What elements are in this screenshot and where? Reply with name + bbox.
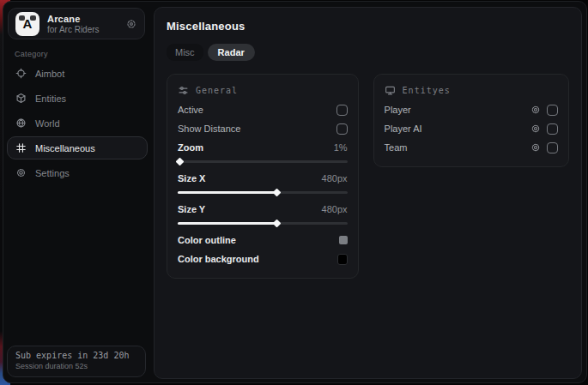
- player-ai-settings-gear-icon[interactable]: [530, 123, 541, 134]
- active-row: Active: [178, 100, 348, 119]
- zoom-slider-fill: [178, 160, 179, 163]
- team-checkbox[interactable]: [547, 142, 558, 153]
- tab-bar: Misc Radar: [167, 44, 569, 61]
- profile-text: Arcane for Arc Riders: [47, 14, 118, 34]
- player-controls: [530, 105, 558, 116]
- cards-row: General Active Show Distance Zoom 1%: [167, 74, 569, 279]
- size-x-slider-thumb[interactable]: [272, 189, 281, 197]
- entities-card: Entityes Player Player AI: [373, 74, 569, 167]
- zoom-label: Zoom: [178, 142, 203, 153]
- player-settings-gear-icon[interactable]: [530, 105, 541, 115]
- player-ai-checkbox[interactable]: [547, 123, 558, 135]
- sidebar-item-world[interactable]: World: [7, 111, 148, 135]
- sidebar-item-settings[interactable]: Settings: [7, 161, 148, 184]
- app-subtitle: for Arc Riders: [47, 25, 118, 34]
- app-title: Arcane: [47, 14, 118, 24]
- screen: A Arcane for Arc Riders Category Aimbot: [0, 0, 588, 385]
- size-x-row: Size X 480px: [178, 169, 348, 188]
- size-x-slider-fill: [178, 191, 276, 194]
- size-y-row: Size Y 480px: [178, 200, 348, 219]
- team-settings-gear-icon[interactable]: [530, 142, 541, 153]
- gear-icon: [15, 167, 27, 178]
- size-x-value: 480px: [322, 173, 348, 183]
- zoom-slider-thumb[interactable]: [176, 158, 185, 166]
- general-card-title: General: [196, 86, 238, 95]
- sidebar: A Arcane for Arc Riders Category Aimbot: [3, 2, 154, 382]
- zoom-value: 1%: [334, 142, 348, 153]
- entities-card-title: Entityes: [403, 86, 451, 95]
- sidebar-item-label: Entities: [35, 93, 66, 104]
- zoom-slider-track: [178, 160, 348, 163]
- entities-card-header: Entityes: [385, 82, 558, 98]
- size-y-value: 480px: [322, 204, 348, 214]
- general-card-header: General: [178, 82, 348, 98]
- color-outline-label: Color outline: [178, 235, 236, 245]
- size-x-label: Size X: [178, 173, 205, 183]
- subscription-card: Sub expires in 23d 20h Session duration …: [7, 346, 146, 377]
- player-ai-controls: [530, 123, 558, 135]
- app-logo: A: [15, 12, 39, 36]
- crosshair-icon: [15, 68, 27, 79]
- monitor-icon: [385, 85, 396, 96]
- color-background-row: Color background: [178, 250, 348, 268]
- show-distance-row: Show Distance: [178, 119, 348, 138]
- show-distance-label: Show Distance: [178, 123, 240, 134]
- cube-icon: [15, 93, 27, 104]
- player-label: Player: [385, 105, 411, 115]
- size-y-label: Size Y: [178, 204, 205, 214]
- color-outline-row: Color outline: [178, 231, 348, 250]
- player-ai-label: Player AI: [385, 123, 422, 134]
- sidebar-item-entities[interactable]: Entities: [7, 87, 148, 110]
- color-background-swatch[interactable]: [337, 254, 348, 265]
- zoom-row: Zoom 1%: [178, 138, 348, 157]
- team-label: Team: [385, 142, 408, 153]
- zoom-slider[interactable]: [178, 158, 348, 165]
- profile-gear-icon[interactable]: [125, 18, 137, 30]
- sidebar-item-label: World: [35, 118, 60, 129]
- size-y-slider-fill: [178, 222, 276, 225]
- size-x-slider[interactable]: [178, 189, 348, 196]
- size-y-slider[interactable]: [178, 220, 348, 227]
- sidebar-item-miscellaneous[interactable]: Miscellaneous: [7, 136, 148, 159]
- profile-card: A Arcane for Arc Riders: [8, 8, 145, 39]
- general-card: General Active Show Distance Zoom 1%: [167, 74, 359, 279]
- category-label: Category: [15, 50, 48, 58]
- active-checkbox[interactable]: [336, 105, 348, 116]
- sidebar-item-label: Settings: [35, 168, 70, 178]
- player-checkbox[interactable]: [547, 105, 558, 116]
- entity-row-team: Team: [385, 138, 558, 157]
- sidebar-nav: Aimbot Entities World: [7, 62, 148, 186]
- entity-row-player-ai: Player AI: [385, 119, 558, 138]
- team-controls: [530, 142, 558, 153]
- tab-radar[interactable]: Radar: [208, 44, 255, 61]
- sidebar-item-label: Miscellaneous: [35, 143, 95, 153]
- sidebar-item-label: Aimbot: [35, 69, 64, 79]
- size-y-slider-thumb[interactable]: [272, 220, 281, 228]
- subscription-expires: Sub expires in 23d 20h: [15, 351, 137, 360]
- app-window: A Arcane for Arc Riders Category Aimbot: [3, 1, 587, 383]
- tab-misc[interactable]: Misc: [167, 44, 203, 61]
- main-panel: Miscellaneous Misc Radar General Active: [154, 7, 582, 379]
- grid-icon: [15, 142, 27, 153]
- session-duration: Session duration 52s: [15, 362, 137, 370]
- color-outline-swatch[interactable]: [339, 236, 348, 244]
- entity-row-player: Player: [385, 100, 558, 119]
- globe-icon: [15, 117, 27, 129]
- app-logo-letter: A: [23, 16, 33, 31]
- show-distance-checkbox[interactable]: [336, 123, 348, 135]
- page-title: Miscellaneous: [167, 20, 569, 33]
- sliders-icon: [178, 85, 189, 96]
- color-background-label: Color background: [178, 254, 259, 264]
- sidebar-item-aimbot[interactable]: Aimbot: [7, 62, 148, 85]
- active-label: Active: [178, 105, 203, 115]
